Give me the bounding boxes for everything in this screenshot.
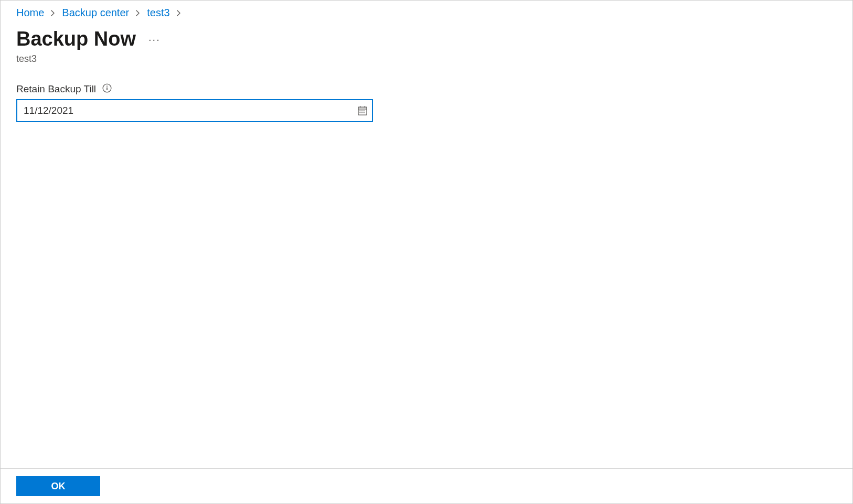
svg-rect-8 (361, 110, 362, 111)
page-subtitle: test3 (16, 53, 837, 65)
svg-rect-11 (361, 112, 362, 113)
svg-rect-10 (359, 112, 360, 113)
svg-point-1 (106, 85, 108, 87)
svg-rect-9 (364, 110, 365, 111)
ok-button[interactable]: OK (16, 476, 100, 496)
breadcrumb-backup-center[interactable]: Backup center (62, 7, 129, 19)
svg-rect-7 (359, 110, 360, 111)
chevron-right-icon (135, 9, 141, 17)
svg-rect-2 (106, 87, 108, 90)
chevron-right-icon (50, 9, 56, 17)
page-title: Backup Now (16, 27, 136, 51)
retain-backup-date-input[interactable] (16, 99, 373, 122)
breadcrumb: Home Backup center test3 (16, 5, 837, 27)
retain-backup-label: Retain Backup Till (16, 83, 96, 95)
more-actions-icon[interactable]: ··· (148, 34, 161, 45)
breadcrumb-home[interactable]: Home (16, 7, 44, 19)
info-icon[interactable] (102, 83, 112, 95)
breadcrumb-test3[interactable]: test3 (147, 7, 169, 19)
svg-rect-12 (364, 112, 365, 113)
footer: OK (1, 468, 852, 503)
chevron-right-icon (176, 9, 182, 17)
